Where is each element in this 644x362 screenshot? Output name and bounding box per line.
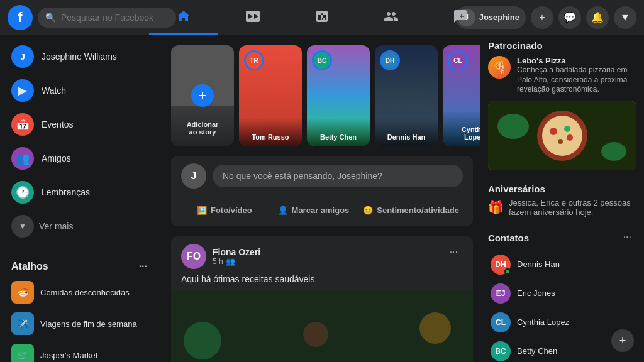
sponsored-text-block: Lebo's Pizza Conheça a badalada pizzaria…: [517, 56, 636, 95]
sponsored-brand-icon: 🍕: [488, 56, 511, 79]
memories-icon: 🕐: [11, 181, 34, 204]
add-story-card[interactable]: + Adicionarao story: [171, 45, 234, 146]
shortcut-jasper-icon: 🛒: [11, 344, 34, 362]
story-label-cynthialopez: CynthiaLopez: [443, 111, 480, 146]
sidebar-memories-label: Lembranças: [42, 187, 90, 197]
main-feed: + Adicionarao story TR Tom Russo BC Bett…: [164, 35, 480, 362]
story-card-dennishan[interactable]: DH Dennis Han: [375, 45, 438, 146]
contact-name-ericjones: Eric Jones: [517, 288, 555, 298]
story-card-cynthialopez[interactable]: CL CynthiaLopez: [443, 45, 480, 146]
story-avatar-tomrusso: TR: [244, 50, 264, 70]
shortcut-item-comidas[interactable]: 🍜 Comidas desconhecidas: [5, 277, 158, 307]
messenger-button[interactable]: 💬: [558, 6, 581, 29]
story-card-bettychen[interactable]: BC Betty Chen: [307, 45, 370, 146]
sponsored-desc: Conheça a badalada pizzaria em Palo Alto…: [517, 65, 636, 95]
birthdays-title: Aniversários: [488, 184, 636, 194]
add-story-btn[interactable]: +: [191, 84, 214, 107]
nav-gaming-button[interactable]: [426, 0, 495, 35]
post-author-details: Fiona Ozeri 5 h 👥: [213, 247, 260, 266]
shortcut-viagens-label: Viagens de fim de semana: [40, 319, 137, 329]
feeling-label: Sentimento/atividade: [377, 206, 459, 215]
svg-point-28: [497, 114, 529, 139]
contact-avatar-bettychen: BC: [491, 341, 511, 361]
shortcut-jasper-label: Jasper's Market: [40, 351, 97, 360]
post-card: FO Fiona Ozeri 5 h 👥 ··· Aqui há ótimas …: [171, 236, 473, 362]
watch-icon: ▶: [11, 79, 34, 102]
tag-friends-label: Marcar amigos: [292, 206, 350, 215]
sidebar-events-label: Eventos: [42, 119, 74, 129]
stories-row: + Adicionarao story TR Tom Russo BC Bett…: [171, 45, 473, 146]
contact-avatar-cynthialopez: CL: [491, 312, 511, 332]
feeling-icon: 😊: [363, 206, 373, 215]
post-time: 5 h: [213, 257, 223, 266]
compose-box: J No que você está pensando, Josephine? …: [171, 156, 473, 226]
sidebar-item-profile[interactable]: J Josephine Williams: [5, 40, 158, 73]
menu-chevron-button[interactable]: ▼: [614, 6, 636, 29]
add-contact-float-button[interactable]: +: [611, 329, 634, 352]
post-options-button[interactable]: ···: [445, 244, 463, 260]
shortcut-viagens-icon: ✈️: [11, 312, 34, 335]
story-label-bettychen: Betty Chen: [307, 118, 370, 146]
compose-input[interactable]: No que você está pensando, Josephine?: [213, 165, 463, 187]
sidebar-item-events[interactable]: 📅 Eventos: [5, 108, 158, 141]
top-navigation: f 🔍 J Josephine + 💬 �: [0, 0, 644, 35]
photo-video-icon: 🖼️: [197, 206, 207, 215]
sidebar-see-more-button[interactable]: ▼ Ver mais: [5, 210, 158, 243]
sidebar-item-memories[interactable]: 🕐 Lembranças: [5, 176, 158, 209]
contacts-more-button[interactable]: ···: [618, 229, 636, 245]
contact-name-dennishan: Dennis Han: [517, 260, 560, 269]
sidebar-item-friends[interactable]: 👥 Amigos: [5, 142, 158, 175]
left-sidebar: J Josephine Williams ▶ Watch 📅 Eventos 👥…: [0, 35, 164, 362]
shortcut-item-viagens[interactable]: ✈️ Viagens de fim de semana: [5, 309, 158, 339]
contact-name-bettychen: Betty Chen: [517, 346, 557, 356]
see-more-icon: ▼: [11, 215, 34, 238]
svg-point-20: [303, 322, 328, 347]
nav-marketplace-button[interactable]: [287, 0, 357, 35]
friends-icon: 👥: [11, 147, 34, 170]
sidebar-divider: [5, 248, 158, 248]
see-more-label: Ver mais: [39, 221, 73, 231]
notifications-button[interactable]: 🔔: [586, 6, 609, 29]
photo-video-button[interactable]: 🖼️ Foto/vídeo: [181, 202, 268, 219]
contacts-header: Contatos ···: [488, 228, 636, 247]
post-author-avatar: FO: [181, 244, 206, 269]
shortcut-comidas-icon: 🍜: [11, 281, 34, 304]
events-icon: 📅: [11, 113, 34, 136]
sponsored-item[interactable]: 🍕 Lebo's Pizza Conheça a badalada pizzar…: [488, 56, 636, 95]
svg-point-29: [601, 142, 626, 161]
contact-item-ericjones[interactable]: EJ Eric Jones: [488, 280, 636, 307]
photo-video-label: Foto/vídeo: [211, 206, 252, 215]
svg-point-23: [542, 116, 582, 156]
birthday-item: 🎁 Jessica, Erica e outras 2 pessoas faze…: [488, 198, 636, 217]
add-button[interactable]: +: [531, 6, 553, 29]
story-label-dennishan: Dennis Han: [375, 118, 438, 146]
sidebar-divider-1: [488, 178, 636, 178]
story-avatar-dennishan: DH: [380, 50, 400, 70]
sponsored-image: [488, 101, 636, 170]
search-icon: 🔍: [45, 13, 56, 23]
svg-point-27: [564, 126, 570, 132]
birthday-text: Jessica, Erica e outras 2 pessoas fazem …: [509, 198, 636, 217]
nav-center: [149, 0, 495, 35]
facebook-logo[interactable]: f: [8, 5, 33, 30]
shortcuts-more-button[interactable]: ···: [134, 258, 152, 275]
nav-home-button[interactable]: [149, 0, 218, 35]
svg-point-19: [419, 312, 451, 344]
svg-point-18: [184, 322, 221, 359]
birthday-icon: 🎁: [488, 200, 504, 215]
shortcuts-section-title: Atalhos ···: [5, 253, 158, 277]
sidebar-item-watch[interactable]: ▶ Watch: [5, 74, 158, 107]
tag-friends-button[interactable]: 👤 Marcar amigos: [270, 202, 357, 219]
page-layout: J Josephine Williams ▶ Watch 📅 Eventos 👥…: [0, 35, 644, 362]
contact-item-dennishan[interactable]: DH Dennis Han: [488, 251, 636, 278]
feeling-activity-button[interactable]: 😊 Sentimento/atividade: [359, 202, 463, 219]
profile-avatar: J: [11, 45, 34, 68]
post-text: Aqui há ótimas receitas saudáveis.: [171, 274, 473, 290]
sidebar-divider-2: [488, 222, 636, 222]
contact-name-cynthialopez: Cynthia Lopez: [517, 317, 569, 327]
shortcut-item-jasper[interactable]: 🛒 Jasper's Market: [5, 340, 158, 362]
nav-groups-button[interactable]: [357, 0, 426, 35]
story-card-tomrusso[interactable]: TR Tom Russo: [239, 45, 302, 146]
compose-top: J No que você está pensando, Josephine?: [181, 163, 463, 189]
nav-video-button[interactable]: [218, 0, 287, 35]
